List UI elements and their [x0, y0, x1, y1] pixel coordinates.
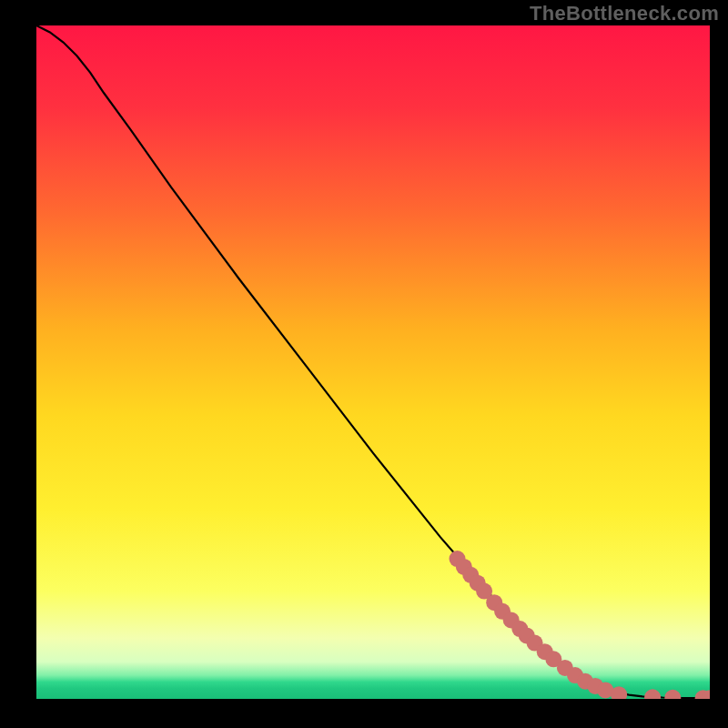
gradient-background — [36, 25, 710, 699]
attribution-text: TheBottleneck.com — [530, 2, 719, 25]
chart-stage: TheBottleneck.com — [0, 0, 728, 728]
bottleneck-chart — [36, 25, 710, 699]
